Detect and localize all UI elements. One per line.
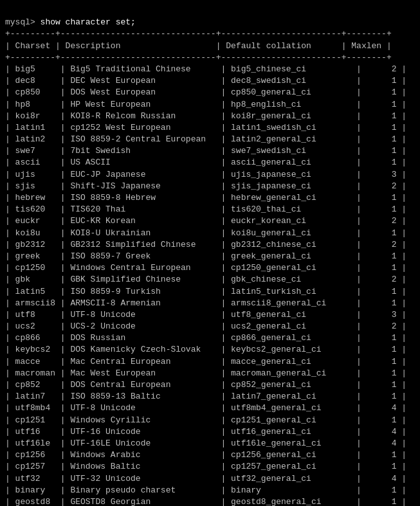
table-row: | binary | Binary pseudo charset | binar… xyxy=(5,485,406,495)
table-row: | latin1 | cp1252 West European | latin1… xyxy=(5,123,406,132)
table-row: | hp8 | HP West European | hp8_english_c… xyxy=(5,100,406,109)
table-row: | ucs2 | UCS-2 Unicode | ucs2_general_ci… xyxy=(5,321,406,331)
table-row: | ascii | US ASCII | ascii_general_ci | … xyxy=(5,158,406,167)
table-row: | macroman | Mac West European | macroma… xyxy=(5,368,406,378)
table-row: | euckr | EUC-KR Korean | euckr_korean_c… xyxy=(5,216,406,226)
table-row: | cp852 | DOS Central European | cp852_g… xyxy=(5,380,406,390)
table-row: | koi8r | KOI8-R Relcom Russian | koi8r_… xyxy=(5,111,406,121)
table-row: | cp1256 | Windows Arabic | cp1256_gener… xyxy=(5,450,406,460)
table-row: | latin7 | ISO 8859-13 Baltic | latin7_g… xyxy=(5,392,406,401)
table-row: | big5 | Big5 Traditional Chinese | big5… xyxy=(5,64,406,74)
command-text: show character set; xyxy=(41,17,136,27)
table-row: | latin2 | ISO 8859-2 Central European |… xyxy=(5,134,406,144)
table-row: | dec8 | DEC West European | dec8_swedis… xyxy=(5,76,406,86)
table-row: | gb2312 | GB2312 Simplified Chinese | g… xyxy=(5,240,406,249)
table-row: | hebrew | ISO 8859-8 Hebrew | hebrew_ge… xyxy=(5,193,406,203)
table-row: | tis620 | TIS620 Thai | tis620_thai_ci … xyxy=(5,204,406,214)
table-row: | utf16 | UTF-16 Unicode | utf16_general… xyxy=(5,427,406,437)
table-row: | cp866 | DOS Russian | cp866_general_ci… xyxy=(5,333,406,343)
divider-header: +---------+-----------------------------… xyxy=(5,53,392,62)
terminal-window: mysql> show character set; xyxy=(5,5,415,28)
table-row: | geostd8 | GEOSTD8 Georgian | geostd8_g… xyxy=(5,497,406,506)
table-row: | koi8u | KOI8-U Ukrainian | koi8u_gener… xyxy=(5,228,406,238)
command-prompt: mysql> xyxy=(5,17,41,27)
table-row: | sjis | Shift-JIS Japanese | sjis_japan… xyxy=(5,181,406,191)
table-row: | macce | Mac Central European | macce_g… xyxy=(5,357,406,366)
table-row: | keybcs2 | DOS Kamenicky Czech-Slovak |… xyxy=(5,345,406,354)
table-row: | latin5 | ISO 8859-9 Turkish | latin5_t… xyxy=(5,287,406,296)
table-row: | utf32 | UTF-32 Unicode | utf32_general… xyxy=(5,474,406,483)
table-row: | cp1250 | Windows Central European | cp… xyxy=(5,263,406,273)
results-table: +---------+-----------------------------… xyxy=(5,28,415,506)
table-row: | swe7 | 7bit Swedish | swe7_swedish_ci … xyxy=(5,146,406,156)
table-row: | cp850 | DOS West European | cp850_gene… xyxy=(5,87,406,97)
table-row: | greek | ISO 8859-7 Greek | greek_gener… xyxy=(5,251,406,261)
table-row: | cp1257 | Windows Baltic | cp1257_gener… xyxy=(5,462,406,471)
table-row: | utf8mb4 | UTF-8 Unicode | utf8mb4_gene… xyxy=(5,403,406,413)
table-row: | cp1251 | Windows Cyrillic | cp1251_gen… xyxy=(5,415,406,425)
divider-top: +---------+-----------------------------… xyxy=(5,29,392,39)
table-header: | Charset | Description | Default collat… xyxy=(5,41,392,51)
table-row: | utf8 | UTF-8 Unicode | utf8_general_ci… xyxy=(5,310,406,320)
table-output: +---------+-----------------------------… xyxy=(5,28,415,506)
table-row: | ujis | EUC-JP Japanese | ujis_japanese… xyxy=(5,170,406,179)
table-row: | armscii8 | ARMSCII-8 Armenian | armsci… xyxy=(5,298,406,308)
table-row: | gbk | GBK Simplified Chinese | gbk_chi… xyxy=(5,275,406,284)
table-row: | utf16le | UTF-16LE Unicode | utf16le_g… xyxy=(5,438,406,448)
